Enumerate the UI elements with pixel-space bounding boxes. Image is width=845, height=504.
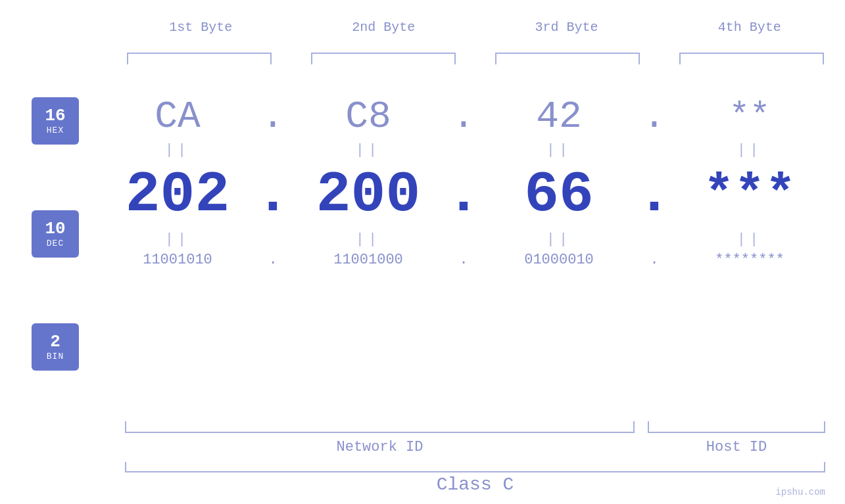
hex-badge: 16 HEX	[32, 97, 79, 145]
top-brackets	[125, 53, 825, 64]
dec-dot3: .	[637, 162, 672, 227]
base-badges: 16 HEX 10 DEC 2 BIN	[32, 97, 79, 371]
eq2-b4: ||	[671, 231, 829, 248]
network-id-label: Network ID	[125, 439, 635, 455]
bin-dot1: .	[268, 252, 277, 268]
hex-row: CA . C8 . 42 . **	[99, 95, 845, 138]
hex-dot2: .	[452, 95, 475, 138]
bin-dot3: .	[650, 252, 658, 268]
dec-dot2: .	[447, 162, 481, 227]
bracket-col1	[127, 53, 272, 64]
header-col1: 1st Byte	[125, 20, 276, 35]
header-col2: 2nd Byte	[308, 20, 459, 35]
bracket-col3	[495, 53, 640, 64]
bottom-bracket-area	[125, 421, 825, 433]
bin-byte1: 11001010	[143, 253, 212, 267]
hex-byte3: 42	[536, 98, 582, 136]
hex-byte1: CA	[155, 98, 201, 136]
eq1-b4: ||	[671, 142, 829, 158]
dec-badge-label: DEC	[47, 239, 64, 248]
bin-byte4: ********	[715, 252, 785, 268]
eq1-b1: ||	[99, 142, 256, 158]
class-bracket	[125, 462, 825, 472]
eq1-b2: ||	[289, 142, 447, 158]
network-id-bracket	[125, 421, 635, 433]
host-id-bracket	[648, 421, 825, 433]
eq2-b1: ||	[99, 231, 256, 248]
dec-byte3: 66	[524, 166, 594, 224]
bin-row: 11001010 . 11001000 . 01000010 . *******…	[99, 252, 845, 268]
equals-row-2: || || || ||	[99, 231, 845, 248]
rows-wrapper: CA . C8 . 42 . ** || || || || 202 . 200 …	[99, 72, 845, 268]
bin-badge-label: BIN	[47, 352, 64, 361]
bracket-col4	[679, 53, 824, 64]
bracket-col2	[311, 53, 456, 64]
hex-dot3: .	[643, 95, 666, 138]
column-headers: 1st Byte 2nd Byte 3rd Byte 4th Byte	[125, 20, 825, 35]
bin-badge-number: 2	[50, 332, 60, 352]
hex-badge-number: 16	[45, 106, 65, 126]
hex-badge-label: HEX	[47, 126, 64, 135]
hex-byte4: **	[729, 97, 770, 136]
dec-badge: 10 DEC	[32, 210, 79, 258]
header-col3: 3rd Byte	[491, 20, 642, 35]
hex-dot1: .	[262, 95, 285, 138]
header-col4: 4th Byte	[674, 20, 825, 35]
eq1-b3: ||	[480, 142, 638, 158]
watermark: ipshu.com	[775, 487, 825, 497]
bin-badge: 2 BIN	[32, 323, 79, 371]
main-container: 1st Byte 2nd Byte 3rd Byte 4th Byte 16 H…	[0, 0, 845, 504]
class-label: Class C	[125, 474, 825, 495]
dec-dot1: .	[256, 162, 291, 227]
dec-byte2: 200	[316, 166, 420, 224]
host-id-label: Host ID	[648, 439, 825, 455]
dec-byte4: ***	[704, 166, 796, 224]
bin-byte3: 01000010	[524, 253, 594, 267]
hex-byte2: C8	[345, 98, 391, 136]
eq2-b2: ||	[289, 231, 447, 248]
id-labels: Network ID Host ID	[125, 439, 825, 455]
dec-row: 202 . 200 . 66 . ***	[99, 162, 845, 227]
dec-byte1: 202	[126, 166, 229, 224]
bin-dot2: .	[459, 252, 468, 268]
equals-row-1: || || || ||	[99, 142, 845, 158]
dec-badge-number: 10	[45, 219, 65, 239]
eq2-b3: ||	[480, 231, 638, 248]
bin-byte2: 11001000	[333, 253, 403, 267]
